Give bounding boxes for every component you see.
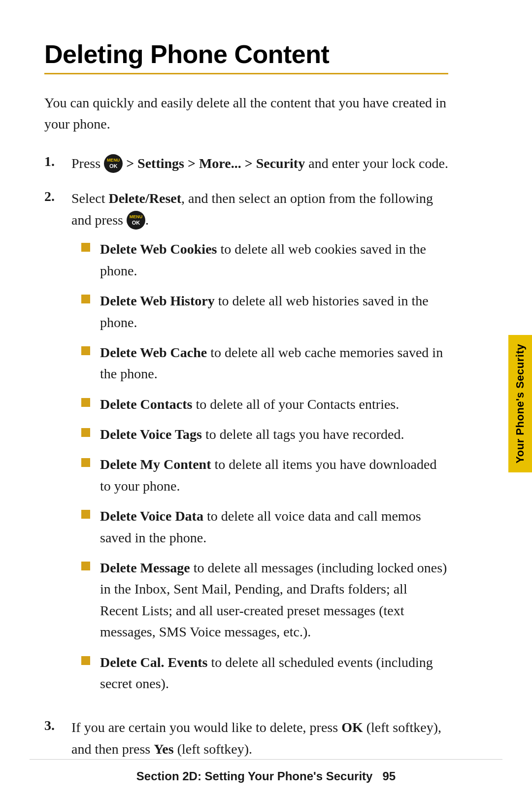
step-3-content: If you are certain you would like to del… <box>71 717 448 760</box>
bullet-delete-voice-tags: Delete Voice Tags to delete all tags you… <box>81 424 448 445</box>
sidebar-tab: Your Phone's Security <box>508 335 532 472</box>
bullet-icon <box>81 243 90 252</box>
bullet-text: Delete Web Cache to delete all web cache… <box>100 342 448 385</box>
intro-paragraph: You can quickly and easily delete all th… <box>44 92 448 135</box>
bullet-icon <box>81 346 90 355</box>
menu-ok-icon-2: MENU OK <box>127 211 145 230</box>
page-footer: Section 2D: Setting Your Phone's Securit… <box>30 759 502 783</box>
step-1-number: 1. <box>44 153 71 169</box>
bullet-text: Delete Voice Tags to delete all tags you… <box>100 424 404 445</box>
menu-ok-icon: MENU OK <box>104 154 123 173</box>
footer-section: Section 2D: Setting Your Phone's Securit… <box>136 769 373 783</box>
footer-page-number: 95 <box>382 769 396 783</box>
bullet-delete-web-history: Delete Web History to delete all web his… <box>81 290 448 333</box>
title-divider <box>44 73 448 74</box>
ok-label: OK <box>341 720 363 735</box>
bullet-icon <box>81 458 90 467</box>
step-1: 1. Press MENU OK > Settings > More... > … <box>44 153 448 174</box>
page-content: Deleting Phone Content You can quickly a… <box>0 0 493 798</box>
delete-reset-label: Delete/Reset <box>108 191 181 206</box>
step-3: 3. If you are certain you would like to … <box>44 717 448 760</box>
bullet-delete-message: Delete Message to delete all messages (i… <box>81 557 448 643</box>
bullet-text: Delete My Content to delete all items yo… <box>100 454 448 497</box>
options-list: Delete Web Cookies to delete all web coo… <box>81 238 448 694</box>
bullet-text: Delete Contacts to delete all of your Co… <box>100 394 399 415</box>
bullet-icon <box>81 295 90 303</box>
bullet-icon <box>81 398 90 407</box>
step-2-content: Select Delete/Reset, and then select an … <box>71 188 448 703</box>
bullet-text: Delete Cal. Events to delete all schedul… <box>100 652 448 695</box>
bullet-delete-cal-events: Delete Cal. Events to delete all schedul… <box>81 652 448 695</box>
bullet-icon <box>81 656 90 665</box>
bullet-icon <box>81 562 90 570</box>
step-1-nav: > Settings > More... > Security <box>126 156 305 171</box>
bullet-delete-web-cache: Delete Web Cache to delete all web cache… <box>81 342 448 385</box>
sidebar-tab-label: Your Phone's Security <box>514 344 527 464</box>
bullet-text: Delete Message to delete all messages (i… <box>100 557 448 643</box>
page-title: Deleting Phone Content <box>44 39 448 69</box>
bullet-icon <box>81 428 90 437</box>
bullet-delete-web-cookies: Delete Web Cookies to delete all web coo… <box>81 238 448 281</box>
step-3-number: 3. <box>44 717 71 733</box>
bullet-delete-voice-data: Delete Voice Data to delete all voice da… <box>81 505 448 548</box>
bullet-text: Delete Web Cookies to delete all web coo… <box>100 238 448 281</box>
bullet-icon <box>81 510 90 519</box>
step-2: 2. Select Delete/Reset, and then select … <box>44 188 448 703</box>
yes-label: Yes <box>154 741 173 757</box>
step-2-number: 2. <box>44 188 71 204</box>
bullet-delete-my-content: Delete My Content to delete all items yo… <box>81 454 448 497</box>
bullet-text: Delete Voice Data to delete all voice da… <box>100 505 448 548</box>
step-1-content: Press MENU OK > Settings > More... > Sec… <box>71 153 448 174</box>
bullet-text: Delete Web History to delete all web his… <box>100 290 448 333</box>
bullet-delete-contacts: Delete Contacts to delete all of your Co… <box>81 394 448 415</box>
